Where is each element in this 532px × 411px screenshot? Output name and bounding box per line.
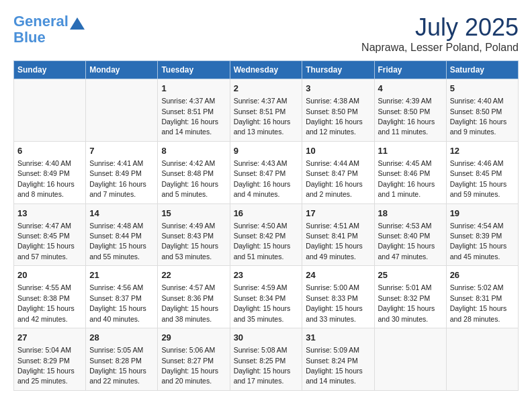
calendar-cell [446,328,518,391]
calendar-cell [86,79,158,142]
day-number: 15 [161,208,226,220]
day-number: 1 [161,83,226,95]
day-number: 9 [234,145,299,157]
page-title: July 2025 [361,13,519,42]
day-number: 27 [17,332,82,344]
day-info: Sunrise: 4:50 AMSunset: 8:42 PMDaylight:… [234,222,291,261]
calendar-body: 1Sunrise: 4:37 AMSunset: 8:51 PMDaylight… [14,79,519,391]
day-info: Sunrise: 4:40 AMSunset: 8:49 PMDaylight:… [17,159,75,198]
weekday-thursday: Thursday [302,61,374,79]
day-number: 16 [234,208,299,220]
day-number: 5 [450,83,515,95]
calendar-cell: 10Sunrise: 4:44 AMSunset: 8:47 PMDayligh… [302,141,374,203]
day-number: 24 [306,269,370,281]
day-number: 19 [450,208,515,220]
day-info: Sunrise: 4:41 AMSunset: 8:49 PMDaylight:… [89,159,146,198]
calendar-cell: 7Sunrise: 4:41 AMSunset: 8:49 PMDaylight… [86,141,158,203]
calendar-table: SundayMondayTuesdayWednesdayThursdayFrid… [13,60,519,391]
calendar-cell: 27Sunrise: 5:04 AMSunset: 8:29 PMDayligh… [14,328,86,391]
day-number: 26 [450,269,515,281]
day-info: Sunrise: 4:48 AMSunset: 8:44 PMDaylight:… [89,222,146,261]
calendar-cell: 2Sunrise: 4:37 AMSunset: 8:51 PMDaylight… [230,79,302,142]
day-number: 10 [306,145,370,157]
calendar-cell: 9Sunrise: 4:43 AMSunset: 8:47 PMDaylight… [230,141,302,203]
page-header: GeneralBlue July 2025 Naprawa, Lesser Po… [13,13,519,54]
day-number: 17 [306,208,370,220]
calendar-cell: 16Sunrise: 4:50 AMSunset: 8:42 PMDayligh… [230,203,302,266]
day-number: 7 [89,145,154,157]
calendar-cell: 11Sunrise: 4:45 AMSunset: 8:46 PMDayligh… [374,141,446,203]
day-info: Sunrise: 4:43 AMSunset: 8:47 PMDaylight:… [234,159,291,198]
day-number: 25 [378,269,443,281]
calendar-cell: 23Sunrise: 4:59 AMSunset: 8:34 PMDayligh… [230,266,302,328]
calendar-cell: 21Sunrise: 4:56 AMSunset: 8:37 PMDayligh… [86,266,158,328]
day-info: Sunrise: 5:09 AMSunset: 8:24 PMDaylight:… [306,346,363,385]
calendar-cell: 17Sunrise: 4:51 AMSunset: 8:41 PMDayligh… [302,203,374,266]
day-number: 31 [306,332,370,344]
day-number: 28 [89,332,154,344]
calendar-week-row: 1Sunrise: 4:37 AMSunset: 8:51 PMDaylight… [14,79,519,142]
calendar-cell: 29Sunrise: 5:06 AMSunset: 8:27 PMDayligh… [158,328,230,391]
day-info: Sunrise: 4:54 AMSunset: 8:39 PMDaylight:… [450,222,507,261]
svg-marker-0 [70,17,85,30]
day-info: Sunrise: 4:49 AMSunset: 8:43 PMDaylight:… [161,222,218,261]
calendar-cell: 3Sunrise: 4:38 AMSunset: 8:50 PMDaylight… [302,79,374,142]
day-info: Sunrise: 4:37 AMSunset: 8:51 PMDaylight:… [161,97,218,136]
calendar-cell: 1Sunrise: 4:37 AMSunset: 8:51 PMDaylight… [158,79,230,142]
weekday-monday: Monday [86,61,158,79]
day-info: Sunrise: 5:02 AMSunset: 8:31 PMDaylight:… [450,283,507,322]
calendar-cell: 26Sunrise: 5:02 AMSunset: 8:31 PMDayligh… [446,266,518,328]
calendar-cell: 28Sunrise: 5:05 AMSunset: 8:28 PMDayligh… [86,328,158,391]
calendar-week-row: 6Sunrise: 4:40 AMSunset: 8:49 PMDaylight… [14,141,519,203]
page-subtitle: Naprawa, Lesser Poland, Poland [361,42,519,54]
logo-icon [70,17,85,30]
calendar-cell: 5Sunrise: 4:40 AMSunset: 8:50 PMDaylight… [446,79,518,142]
logo: GeneralBlue [13,13,85,46]
day-info: Sunrise: 5:04 AMSunset: 8:29 PMDaylight:… [17,346,75,385]
day-number: 23 [234,269,299,281]
calendar-cell: 15Sunrise: 4:49 AMSunset: 8:43 PMDayligh… [158,203,230,266]
day-number: 4 [378,83,443,95]
calendar-cell: 22Sunrise: 4:57 AMSunset: 8:36 PMDayligh… [158,266,230,328]
day-number: 21 [89,269,154,281]
logo-text: GeneralBlue [13,13,69,46]
day-number: 30 [234,332,299,344]
day-info: Sunrise: 4:57 AMSunset: 8:36 PMDaylight:… [161,283,218,322]
day-number: 8 [161,145,226,157]
day-info: Sunrise: 5:08 AMSunset: 8:25 PMDaylight:… [234,346,291,385]
day-info: Sunrise: 4:55 AMSunset: 8:38 PMDaylight:… [17,283,75,322]
day-number: 12 [450,145,515,157]
calendar-cell: 25Sunrise: 5:01 AMSunset: 8:32 PMDayligh… [374,266,446,328]
day-number: 13 [17,208,82,220]
calendar-cell: 30Sunrise: 5:08 AMSunset: 8:25 PMDayligh… [230,328,302,391]
weekday-wednesday: Wednesday [230,61,302,79]
day-info: Sunrise: 4:45 AMSunset: 8:46 PMDaylight:… [378,159,435,198]
day-info: Sunrise: 4:56 AMSunset: 8:37 PMDaylight:… [89,283,146,322]
day-info: Sunrise: 4:53 AMSunset: 8:40 PMDaylight:… [378,222,435,261]
day-number: 2 [234,83,299,95]
calendar-cell [14,79,86,142]
day-info: Sunrise: 5:01 AMSunset: 8:32 PMDaylight:… [378,283,435,322]
day-number: 18 [378,208,443,220]
weekday-friday: Friday [374,61,446,79]
day-info: Sunrise: 4:38 AMSunset: 8:50 PMDaylight:… [306,97,363,136]
calendar-cell [374,328,446,391]
calendar-cell: 13Sunrise: 4:47 AMSunset: 8:45 PMDayligh… [14,203,86,266]
calendar-cell: 31Sunrise: 5:09 AMSunset: 8:24 PMDayligh… [302,328,374,391]
calendar-week-row: 27Sunrise: 5:04 AMSunset: 8:29 PMDayligh… [14,328,519,391]
day-number: 3 [306,83,370,95]
day-info: Sunrise: 4:59 AMSunset: 8:34 PMDaylight:… [234,283,291,322]
weekday-header-row: SundayMondayTuesdayWednesdayThursdayFrid… [14,61,519,79]
calendar-cell: 14Sunrise: 4:48 AMSunset: 8:44 PMDayligh… [86,203,158,266]
weekday-sunday: Sunday [14,61,86,79]
calendar-cell: 4Sunrise: 4:39 AMSunset: 8:50 PMDaylight… [374,79,446,142]
calendar-cell: 24Sunrise: 5:00 AMSunset: 8:33 PMDayligh… [302,266,374,328]
day-info: Sunrise: 4:51 AMSunset: 8:41 PMDaylight:… [306,222,363,261]
day-info: Sunrise: 4:44 AMSunset: 8:47 PMDaylight:… [306,159,363,198]
calendar-cell: 6Sunrise: 4:40 AMSunset: 8:49 PMDaylight… [14,141,86,203]
day-info: Sunrise: 4:40 AMSunset: 8:50 PMDaylight:… [450,97,507,136]
calendar-cell: 18Sunrise: 4:53 AMSunset: 8:40 PMDayligh… [374,203,446,266]
day-number: 14 [89,208,154,220]
day-info: Sunrise: 4:39 AMSunset: 8:50 PMDaylight:… [378,97,435,136]
title-block: July 2025 Naprawa, Lesser Poland, Poland [361,13,519,54]
